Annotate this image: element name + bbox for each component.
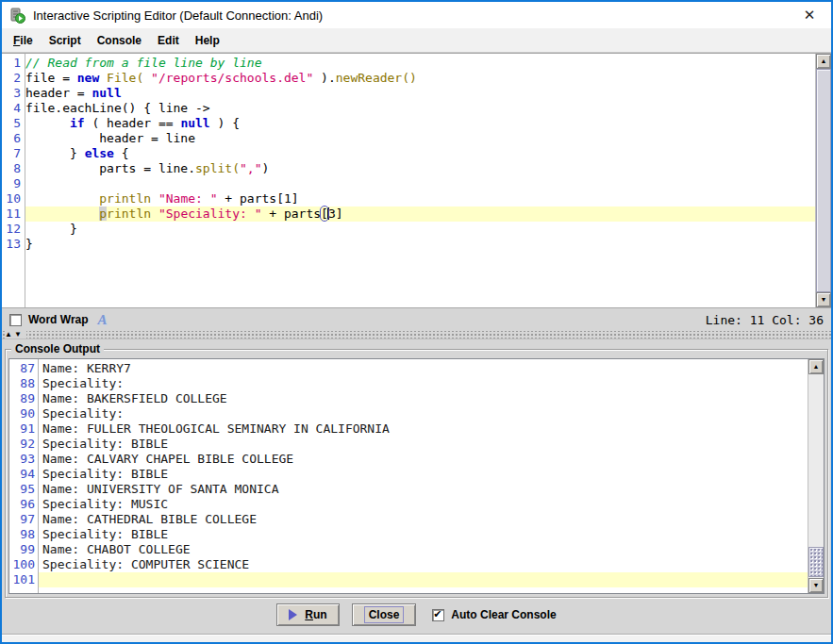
- code-token: }: [25, 146, 85, 160]
- scroll-up-icon[interactable]: ▲: [816, 54, 831, 69]
- code-line[interactable]: file = new File( "/reports/schools.del" …: [25, 71, 815, 86]
- code-token: [25, 116, 70, 130]
- console-line: Speciality:: [39, 376, 808, 391]
- console-line-number: 96: [9, 497, 35, 512]
- code-line[interactable]: }: [25, 237, 815, 252]
- console-output-group: Console Output 8788899091929394959697989…: [5, 349, 828, 598]
- run-button[interactable]: Run: [276, 603, 339, 626]
- editor-line-number: 13: [2, 237, 21, 252]
- code-token: ",": [240, 161, 261, 175]
- code-token: }: [25, 222, 77, 236]
- scroll-down-icon[interactable]: ▼: [808, 578, 824, 593]
- editor-scrollbar-thumb[interactable]: [816, 69, 831, 292]
- console-output-area: 87888990919293949596979899100101 Name: K…: [8, 358, 825, 594]
- script-editor: 12345678910111213 // Read from a file li…: [2, 53, 831, 308]
- code-token: [143, 71, 151, 85]
- editor-status-bar: Word Wrap A Line: 11 Col: 36: [2, 308, 831, 331]
- code-token: newReader(): [336, 71, 417, 85]
- code-line[interactable]: [25, 176, 815, 191]
- code-token: + parts[1]: [218, 191, 299, 206]
- console-line: Speciality:: [39, 406, 808, 421]
- run-button-label: Run: [305, 608, 326, 621]
- close-window-icon[interactable]: ✕: [795, 2, 824, 28]
- code-line[interactable]: // Read from a file line by line: [25, 56, 815, 71]
- code-token: // Read from a file line by line: [25, 56, 261, 70]
- console-line-number: 88: [9, 376, 35, 391]
- console-vertical-scrollbar[interactable]: ▲ ▼: [808, 359, 824, 593]
- code-line[interactable]: file.eachLine() { line ->: [25, 101, 815, 116]
- console-line-number: 91: [9, 421, 35, 437]
- code-text-area[interactable]: // Read from a file line by linefile = n…: [25, 54, 815, 307]
- code-token: null: [92, 86, 121, 100]
- splitter-collapse-icons[interactable]: ▲▼: [5, 330, 26, 339]
- console-line-number: 97: [9, 512, 35, 527]
- console-scrollbar-thumb[interactable]: [808, 547, 824, 577]
- menu-bar: FileScriptConsoleEditHelp: [2, 28, 831, 53]
- scripting-editor-window: Interactive Scripting Editor (Default Co…: [0, 0, 833, 644]
- code-token: if: [70, 116, 85, 130]
- code-token: [99, 71, 107, 85]
- code-line[interactable]: parts = line.split(","): [25, 161, 815, 176]
- dialog-button-bar: Run Close Auto Clear Console: [2, 598, 831, 632]
- bottom-strip: [2, 634, 831, 644]
- console-line-number: 90: [9, 406, 35, 421]
- scroll-down-icon[interactable]: ▼: [816, 292, 831, 307]
- console-line-number: 95: [9, 482, 35, 497]
- code-token: header =: [25, 86, 92, 100]
- code-token: file =: [25, 71, 77, 85]
- console-line-number-gutter: 87888990919293949596979899100101: [9, 359, 39, 593]
- console-line: Speciality: BIBLE: [39, 437, 808, 452]
- console-line: [39, 572, 808, 587]
- editor-line-number: 4: [2, 101, 21, 116]
- code-line[interactable]: } else {: [25, 146, 815, 161]
- console-line: Speciality: BIBLE: [39, 467, 808, 482]
- editor-line-number: 6: [2, 131, 21, 146]
- code-line[interactable]: }: [25, 222, 815, 237]
- code-token: File(: [107, 71, 143, 85]
- console-line: Name: FULLER THEOLOGICAL SEMINARY IN CAL…: [39, 421, 808, 437]
- console-text-area[interactable]: Name: KERRY7Speciality:Name: BAKERSFIELD…: [39, 359, 808, 593]
- code-token: [151, 206, 158, 221]
- editor-line-number: 5: [2, 116, 21, 131]
- code-token: println: [99, 191, 151, 206]
- console-line: Name: CATHEDRAL BIBLE COLLEGE: [39, 512, 808, 527]
- close-button[interactable]: Close: [352, 603, 417, 626]
- menu-item-help[interactable]: Help: [189, 30, 226, 51]
- code-token: ( header ==: [85, 116, 181, 130]
- code-token: p: [99, 206, 107, 221]
- console-line: Speciality: BIBLE: [39, 527, 808, 542]
- console-line: Name: CHABOT COLLEGE: [39, 542, 808, 557]
- console-line: Speciality: COMPUTER SCIENCE: [39, 557, 808, 572]
- scroll-up-icon[interactable]: ▲: [808, 359, 824, 374]
- menu-item-script[interactable]: Script: [42, 30, 88, 51]
- code-token: ) {: [210, 116, 240, 130]
- script-run-icon: [9, 8, 25, 24]
- console-line: Name: BAKERSFIELD COLLEGE: [39, 391, 808, 406]
- code-line[interactable]: if ( header == null ) {: [25, 116, 815, 131]
- word-wrap-checkbox[interactable]: [9, 314, 22, 326]
- menu-item-file[interactable]: File: [7, 30, 40, 51]
- code-line[interactable]: println "Name: " + parts[1]: [25, 191, 815, 206]
- console-line: Name: KERRY7: [39, 361, 808, 376]
- run-play-icon: [289, 609, 297, 620]
- editor-line-number: 10: [2, 191, 21, 206]
- code-line[interactable]: header = line: [25, 131, 815, 146]
- auto-clear-console-option[interactable]: Auto Clear Console: [432, 608, 556, 621]
- code-token: else: [85, 146, 114, 160]
- code-line[interactable]: println "Speciality: " + parts[3]: [25, 206, 815, 222]
- code-line[interactable]: header = null: [25, 86, 815, 101]
- code-token: {: [114, 146, 129, 160]
- code-token: split(: [195, 161, 240, 175]
- caret-position-label: Line: 11 Col: 36: [706, 313, 824, 327]
- auto-clear-checkbox[interactable]: [432, 609, 444, 621]
- editor-vertical-scrollbar[interactable]: ▲ ▼: [815, 54, 831, 307]
- console-line-number: 94: [9, 467, 35, 482]
- menu-item-console[interactable]: Console: [91, 30, 148, 51]
- menu-item-edit[interactable]: Edit: [151, 30, 186, 51]
- editor-line-number: 12: [2, 222, 21, 237]
- console-line-number: 93: [9, 452, 35, 467]
- split-pane-divider[interactable]: ▲▼: [2, 331, 831, 339]
- code-token: ).: [313, 71, 335, 85]
- code-token: null: [180, 116, 209, 130]
- font-settings-icon[interactable]: A: [98, 312, 108, 328]
